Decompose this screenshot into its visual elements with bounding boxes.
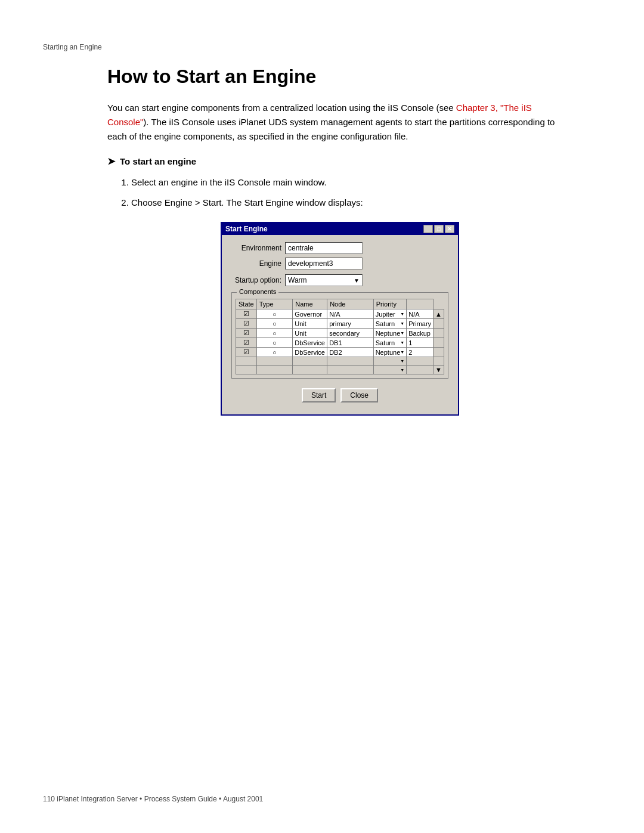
scrollbar-up-icon[interactable]: ▲ xyxy=(434,309,444,319)
scrollbar-down-icon[interactable]: ▼ xyxy=(434,366,444,374)
priority-row1: N/A xyxy=(407,309,434,319)
priority-row5: 2 xyxy=(407,348,434,357)
checkbox-row5[interactable]: ☑ xyxy=(236,348,257,357)
table-row: ☑ ○ Unit primary Saturn ▼ xyxy=(236,319,444,329)
radio-row2[interactable]: ○ xyxy=(256,319,293,329)
scrollbar-area xyxy=(434,329,444,338)
priority-row2: Primary xyxy=(407,319,434,329)
dialog-title: Start Engine xyxy=(225,225,268,233)
node-dropdown-arrow-icon: ▼ xyxy=(400,368,404,372)
col-header-state: State xyxy=(236,299,257,309)
node-row2[interactable]: Saturn ▼ xyxy=(373,319,407,329)
col-header-node: Node xyxy=(327,299,374,309)
start-button[interactable]: Start xyxy=(302,388,336,402)
table-row: ☑ ○ DbService DB1 Saturn ▼ xyxy=(236,338,444,348)
name-row3: secondary xyxy=(327,329,374,338)
table-row: ☑ ○ Unit secondary Neptune ▼ xyxy=(236,329,444,338)
close-button[interactable]: Close xyxy=(340,388,378,402)
procedure-heading: ➤ To start an engine xyxy=(107,156,572,167)
components-table: State Type Name Node Priority ☑ xyxy=(236,299,444,374)
checkbox-row3[interactable]: ☑ xyxy=(236,329,257,338)
startup-label: Startup option: xyxy=(231,276,285,284)
node-dropdown-arrow-icon: ▼ xyxy=(400,340,404,345)
engine-row: Engine development3 xyxy=(231,258,448,270)
page-title: How to Start an Engine xyxy=(107,66,572,88)
components-group: Components State Type Name Node Priority xyxy=(231,292,448,379)
node-row5[interactable]: Neptune ▼ xyxy=(373,348,407,357)
node-row4[interactable]: Saturn ▼ xyxy=(373,338,407,348)
dialog-container: Start Engine _ □ ✕ Environment centrale … xyxy=(107,222,572,416)
table-header-row: State Type Name Node Priority xyxy=(236,299,444,309)
checkbox-row1[interactable]: ☑ xyxy=(236,309,257,319)
engine-value: development3 xyxy=(285,258,363,270)
type-row1: Governor xyxy=(293,309,327,319)
start-engine-dialog: Start Engine _ □ ✕ Environment centrale … xyxy=(221,222,459,416)
empty-row-2: ▼ ▼ xyxy=(236,366,444,374)
priority-row4: 1 xyxy=(407,338,434,348)
type-row2: Unit xyxy=(293,319,327,329)
maximize-button[interactable]: □ xyxy=(434,225,444,233)
breadcrumb: Starting an Engine xyxy=(43,43,102,51)
node-dropdown-arrow-icon: ▼ xyxy=(400,331,404,335)
environment-label: Environment xyxy=(231,244,285,252)
priority-row3: Backup xyxy=(407,329,434,338)
steps-list: Select an engine in the iIS Console main… xyxy=(119,175,572,210)
scrollbar-area3 xyxy=(434,348,444,357)
name-row2: primary xyxy=(327,319,374,329)
type-row4: DbService xyxy=(293,338,327,348)
intro-paragraph: You can start engine components from a c… xyxy=(107,101,572,144)
environment-value: centrale xyxy=(285,242,363,254)
environment-row: Environment centrale xyxy=(231,242,448,254)
scrollbar-area4 xyxy=(434,357,444,366)
col-header-type: Type xyxy=(256,299,293,309)
table-row: ☑ ○ Governor N/A Jupiter ▼ xyxy=(236,309,444,319)
close-icon[interactable]: ✕ xyxy=(445,225,454,233)
engine-label: Engine xyxy=(231,259,285,268)
step-1: Select an engine in the iIS Console main… xyxy=(131,175,572,190)
dialog-body: Environment centrale Engine development3… xyxy=(222,235,458,414)
node-dropdown-arrow-icon: ▼ xyxy=(400,359,404,363)
checkbox-row2[interactable]: ☑ xyxy=(236,319,257,329)
arrow-icon: ➤ xyxy=(107,156,115,167)
col-header-priority: Priority xyxy=(373,299,407,309)
type-row5: DbService xyxy=(293,348,327,357)
step-2: Choose Engine > Start. The Start Engine … xyxy=(131,196,572,210)
radio-row1[interactable]: ○ xyxy=(256,309,293,319)
type-row3: Unit xyxy=(293,329,327,338)
checkbox-row4[interactable]: ☑ xyxy=(236,338,257,348)
radio-row4[interactable]: ○ xyxy=(256,338,293,348)
startup-select[interactable]: Warm ▼ xyxy=(285,274,363,286)
scrollbar-area2 xyxy=(434,338,444,348)
node-dropdown-arrow-icon: ▼ xyxy=(400,321,404,326)
startup-value: Warm xyxy=(288,276,307,284)
node-row3[interactable]: Neptune ▼ xyxy=(373,329,407,338)
radio-row3[interactable]: ○ xyxy=(256,329,293,338)
page-footer: 110 iPlanet Integration Server • Process… xyxy=(43,795,263,803)
name-row4: DB1 xyxy=(327,338,374,348)
node-row1[interactable]: Jupiter ▼ xyxy=(373,309,407,319)
name-row1: N/A xyxy=(327,309,374,319)
titlebar-buttons: _ □ ✕ xyxy=(423,225,454,233)
components-legend: Components xyxy=(237,288,278,295)
table-row: ☑ ○ DbService DB2 Neptune ▼ xyxy=(236,348,444,357)
dropdown-arrow-icon: ▼ xyxy=(354,277,360,284)
node-dropdown-arrow-icon: ▼ xyxy=(400,312,404,316)
dialog-footer: Start Close xyxy=(231,386,448,407)
node-dropdown-arrow-icon: ▼ xyxy=(400,350,404,354)
dialog-titlebar: Start Engine _ □ ✕ xyxy=(222,223,458,235)
empty-row-1: ▼ xyxy=(236,357,444,366)
radio-row5[interactable]: ○ xyxy=(256,348,293,357)
startup-row: Startup option: Warm ▼ xyxy=(231,274,448,286)
col-header-name: Name xyxy=(293,299,327,309)
scrollbar-thumb xyxy=(434,319,444,329)
name-row5: DB2 xyxy=(327,348,374,357)
minimize-button[interactable]: _ xyxy=(423,225,433,233)
